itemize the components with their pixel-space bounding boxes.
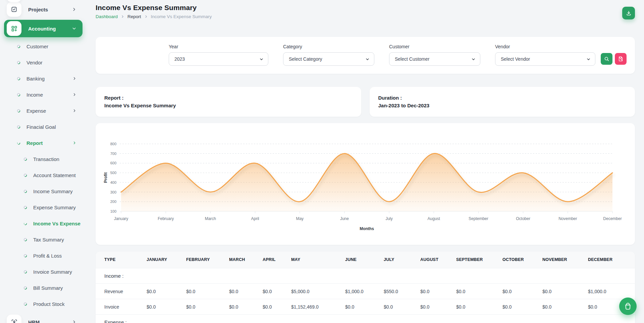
sidebar-item-transaction[interactable]: Transaction — [4, 151, 83, 167]
sidebar-item-invoice-summary[interactable]: Invoice Summary — [4, 264, 83, 280]
svg-text:January: January — [114, 216, 128, 221]
svg-text:800: 800 — [110, 142, 116, 146]
sidebar-item-tax-summary[interactable]: Tax Summary — [4, 231, 83, 248]
col-type: TYPE — [96, 252, 138, 268]
bullet-dot-icon — [23, 157, 27, 161]
sidebar-item-expense-summary[interactable]: Expense Summary — [4, 199, 83, 215]
invoice-march: $0.0 — [220, 299, 254, 315]
chevron-right-icon — [144, 15, 148, 18]
svg-text:300: 300 — [110, 190, 116, 194]
revenue-november: $0.0 — [534, 284, 579, 299]
profit-chart-card: 100200300400500600700800JanuaryFebruaryM… — [96, 123, 635, 245]
sidebar-item-label: Profit & Loss — [33, 253, 62, 259]
revenue-august: $0.0 — [412, 284, 447, 299]
hrm-scan-icon — [7, 315, 21, 323]
sidebar-item-expense[interactable]: Expense — [4, 103, 83, 119]
vendor-select[interactable]: Select Vendor — [495, 52, 595, 66]
invoice-may: $1,152,469.0 — [282, 299, 336, 315]
sidebar-item-label: Transaction — [33, 156, 59, 162]
sidebar-item-label: Account Statement — [33, 172, 76, 178]
summary-cards-row: Report : Income Vs Expense Summary Durat… — [96, 87, 635, 117]
invoice-row: Invoice $0.0 $0.0 $0.0 $0.0 $1,152,469.0… — [96, 299, 635, 315]
sidebar-item-bill-summary[interactable]: Bill Summary — [4, 280, 83, 296]
sidebar-item-banking[interactable]: Banking — [4, 70, 83, 87]
duration-card-value: Jan-2023 to Dec-2023 — [378, 102, 627, 109]
bullet-dot-icon — [17, 109, 20, 113]
chevron-right-icon — [72, 7, 76, 12]
sidebar-item-product-stock[interactable]: Product Stock — [4, 296, 83, 312]
col-november: NOVEMBER — [534, 252, 579, 268]
svg-text:July: July — [385, 216, 392, 221]
customer-select[interactable]: Select Customer — [389, 52, 480, 66]
vendor-label: Vendor — [495, 44, 595, 49]
sidebar-item-profit-loss[interactable]: Profit & Loss — [4, 248, 83, 264]
sidebar-item-hrm[interactable]: HRM — [4, 312, 83, 323]
sidebar-item-finacial-goal[interactable]: Finacial Goal — [4, 119, 83, 135]
svg-text:September: September — [469, 216, 488, 221]
chevron-right-icon — [72, 109, 76, 113]
sidebar-item-label: Report — [26, 140, 43, 146]
customer-select-value: Select Customer — [395, 56, 429, 62]
svg-text:February: February — [158, 216, 174, 221]
bullet-dot-icon — [23, 286, 27, 290]
invoice-april: $0.0 — [254, 299, 282, 315]
reset-filter-button[interactable] — [615, 53, 627, 65]
revenue-february: $0.0 — [177, 284, 220, 299]
sidebar-item-income-vs-expense[interactable]: Income Vs Expense — [4, 215, 83, 231]
col-february: FEBRUARY — [177, 252, 220, 268]
sidebar-item-income-summary[interactable]: Income Summary — [4, 183, 83, 199]
floating-cart-button[interactable] — [619, 298, 637, 315]
filter-actions — [601, 44, 627, 66]
chevron-down-icon — [72, 26, 76, 31]
breadcrumb-current: Income Vs Expense Summary — [151, 14, 212, 19]
income-section-label: Income : — [96, 268, 635, 284]
sidebar-item-projects[interactable]: Projects — [4, 1, 83, 18]
svg-text:May: May — [296, 216, 304, 221]
sidebar-item-label: Tax Summary — [33, 237, 64, 243]
bullet-dot-icon — [17, 93, 20, 97]
svg-text:400: 400 — [110, 180, 116, 184]
sidebar-item-label: Product Stock — [33, 301, 64, 307]
page-header: Income Vs Expense Summary Dashboard Repo… — [96, 4, 635, 19]
col-september: SEPTEMBER — [447, 252, 494, 268]
income-section-row: Income : — [96, 268, 635, 284]
table-header-row: TYPE JANUARY FEBRUARY MARCH APRIL MAY JU… — [96, 252, 635, 268]
sidebar-item-vendor[interactable]: Vendor — [4, 54, 83, 70]
svg-text:December: December — [603, 216, 622, 221]
revenue-october: $0.0 — [494, 284, 534, 299]
sidebar-item-report[interactable]: Report — [4, 135, 83, 151]
breadcrumb-dashboard-link[interactable]: Dashboard — [96, 14, 118, 19]
sidebar-item-label: Bill Summary — [33, 285, 63, 291]
sidebar-item-account-statement[interactable]: Account Statement — [4, 167, 83, 183]
svg-text:June: June — [340, 216, 349, 221]
sidebar-item-label: Invoice Summary — [33, 269, 72, 275]
category-select[interactable]: Select Category — [283, 52, 374, 66]
category-label: Category — [283, 44, 374, 49]
search-button[interactable] — [601, 53, 612, 65]
sidebar-item-label: Accounting — [28, 26, 56, 32]
page-title: Income Vs Expense Summary — [96, 4, 635, 12]
income-expense-table: TYPE JANUARY FEBRUARY MARCH APRIL MAY JU… — [96, 252, 635, 323]
svg-text:200: 200 — [110, 200, 116, 204]
expense-section-label: Expense : — [96, 315, 635, 323]
year-select[interactable]: 2023 — [169, 52, 268, 66]
sidebar-item-label: Customer — [26, 44, 48, 49]
filter-fields: Year 2023 Category Select Category Custo… — [169, 44, 595, 66]
download-button[interactable] — [622, 7, 635, 19]
chevron-right-icon — [72, 320, 76, 323]
sidebar-item-label: Income — [26, 92, 43, 98]
revenue-december: $1,000.0 — [579, 284, 635, 299]
main-content: Income Vs Expense Summary Dashboard Repo… — [87, 0, 644, 323]
sidebar-item-label: Income Vs Expense — [33, 221, 80, 226]
breadcrumb-report-link[interactable]: Report — [127, 14, 141, 19]
sidebar-item-accounting[interactable]: Accounting — [4, 20, 83, 37]
bullet-dot-icon — [23, 190, 27, 193]
bullet-dot-icon — [23, 254, 27, 258]
col-january: JANUARY — [138, 252, 177, 268]
svg-text:March: March — [205, 216, 216, 221]
sidebar-item-income[interactable]: Income — [4, 87, 83, 103]
revenue-april: $0.0 — [254, 284, 282, 299]
sidebar-item-customer[interactable]: Customer — [4, 38, 83, 54]
svg-text:October: October — [516, 216, 530, 221]
svg-text:700: 700 — [110, 151, 116, 155]
